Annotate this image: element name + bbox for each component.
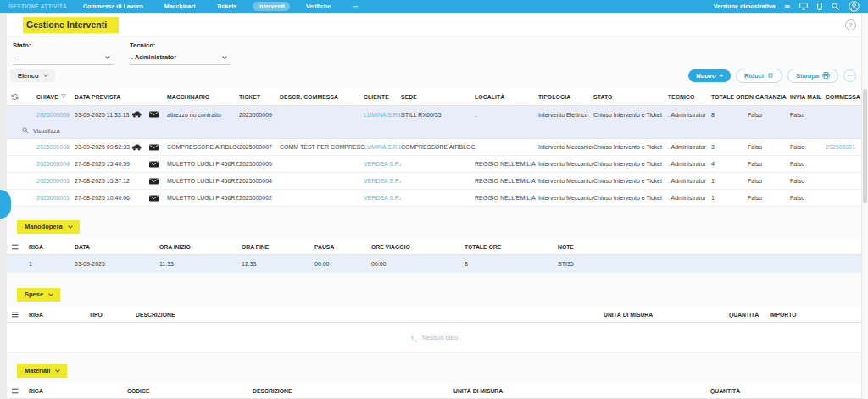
phone-icon[interactable] [817,3,822,10]
spese-header: RIGA TIPO DESCRIZIONE UNITÀ DI MISURA QU… [7,307,861,323]
col-stato[interactable]: STATO [593,94,668,100]
cell-cliente-link[interactable]: LUMINA S.R.L [364,112,401,118]
scrollbar-thumb[interactable] [863,89,867,203]
col-note[interactable]: NOTE [558,244,861,250]
col-riga[interactable]: RIGA [29,312,89,318]
col-macchinario[interactable]: MACCHINARIO [167,94,239,100]
tecnico-select[interactable]: . Administrator [130,52,230,65]
col-invia-mail[interactable]: INVIA MAIL [790,94,826,100]
col-descr-commessa[interactable]: DESCR. COMMESSA [280,94,364,100]
col-tipo[interactable]: TIPO [89,312,136,318]
mail-icon[interactable] [149,111,167,118]
drag-handle-icon[interactable] [12,244,19,250]
col-totale-ore[interactable]: TOTALE ORE [465,244,558,250]
cell-invia-mail: Falso [790,144,826,150]
col-unita-di-misura[interactable]: UNITÀ DI MISURA [453,388,710,394]
elenco-dropdown-button[interactable]: Elenco [10,69,55,82]
row-chiave-link[interactable]: 2025000004 [36,161,75,167]
visualizza-action[interactable]: Visualizza [7,123,861,138]
filter-funnel-icon[interactable] [61,94,66,99]
mail-icon[interactable] [149,178,167,185]
table-row[interactable]: 2025000004 27-08-2025 15:40:59 MULETTO L… [7,156,861,173]
vertical-scrollbar [861,13,868,399]
col-chiave[interactable]: CHIAVE [36,94,75,100]
nav-commesse-di-lavoro[interactable]: Commesse di Lavoro [78,2,148,11]
table-row[interactable]: 2025000009 03-09-2025 11:33:13 attrezzo … [7,106,861,123]
col-codice[interactable]: CODICE [127,388,253,394]
magnifier-icon [22,127,29,134]
link-icon[interactable]: ∞ [785,3,790,10]
cell-cliente-link[interactable]: VERDEA S.P.A [364,195,401,201]
nuovo-button[interactable]: Nuovo + [688,69,731,82]
mail-icon[interactable] [149,144,167,151]
vehicle-icon[interactable] [131,144,149,151]
col-importo[interactable]: IMPORTO [770,312,861,318]
row-chiave-link[interactable]: 2025000003 [36,178,75,184]
stato-select[interactable]: - [13,52,113,65]
user-avatar-icon[interactable] [849,1,860,12]
col-unita-di-misura[interactable]: UNITÀ DI MISURA [604,312,729,318]
col-pausa[interactable]: PAUSA [314,244,371,250]
col-commessa[interactable]: COMMESSA [826,94,861,100]
materiali-toggle[interactable]: Materiali [17,364,67,378]
cell-cliente-link[interactable]: LUMINA S.R.L [364,144,401,150]
vehicle-icon[interactable] [131,111,149,118]
table-row[interactable]: 2025000001 27-08-2025 10:40:06 MULETTO L… [7,190,861,207]
help-button[interactable]: ? [845,19,856,30]
col-in-garanzia[interactable]: IN GARANZIA [748,94,790,100]
col-quantita[interactable]: QUANTITÀ [710,388,861,394]
col-data[interactable]: DATA [75,244,159,250]
row-chiave-link[interactable]: 2025000008 [36,144,75,150]
mail-icon[interactable] [149,161,167,168]
mail-icon[interactable] [149,195,167,202]
col-ore-viaggio[interactable]: ORE VIAGGIO [371,244,465,250]
search-icon[interactable] [832,3,839,10]
nav-macchinari[interactable]: Macchinari [159,2,201,11]
chevron-down-icon [48,291,53,296]
col-ora-inizio[interactable]: ORA INIZIO [159,244,242,250]
cell-totale-ore: 3 [711,144,748,150]
col-descrizione[interactable]: DESCRIZIONE [253,388,453,394]
table-row[interactable]: 2025000008 03-09-2025 09:52:33 COMPRESSO… [7,139,861,156]
col-quantita[interactable]: QUANTITÀ [729,312,770,318]
stampa-button[interactable]: Stampa [787,69,838,83]
nav-tickets[interactable]: Tickets [211,2,242,11]
col-cliente[interactable]: CLIENTE [364,94,401,100]
cell-cliente-link[interactable]: VERDEA S.P.A [364,178,401,184]
nav-more-icon[interactable]: ⋯ [347,2,363,12]
col-ora-fine[interactable]: ORA FINE [242,244,314,250]
chevron-down-icon [222,54,227,59]
cell-icons [131,178,167,185]
nav-verifiche[interactable]: Verifiche [301,2,336,11]
row-chiave-link[interactable]: 2025000001 [36,195,75,201]
manodopera-row[interactable]: 1 03-09-2025 11:33 12:33 00:00 00:00 8 S… [7,255,861,273]
col-totale-ore[interactable]: TOTALE ORE [711,94,748,100]
riduci-button[interactable]: Riduci [736,69,782,83]
cell-stato: Chiuso Intervento e Ticket [593,161,668,167]
spese-toggle[interactable]: Spese [17,288,60,302]
cell-commessa-link[interactable]: 202509001 [826,144,861,150]
col-riga[interactable]: RIGA [29,388,127,394]
col-tipologia[interactable]: TIPOLOGIA [538,94,593,100]
table-row[interactable]: 2025000003 27-08-2025 15:37:12 MULETTO L… [7,173,861,190]
monitor-icon[interactable] [799,3,808,10]
cell-tipologia: Intervento Meccanico [538,178,593,184]
materiali-title: Materiali [25,367,50,374]
drag-handle-icon[interactable] [12,388,19,394]
col-ticket[interactable]: TICKET [239,94,280,100]
cell-cliente-link[interactable]: VERDEA S.P.A [364,161,401,167]
row-chiave-link[interactable]: 2025000009 [36,112,75,118]
col-sede[interactable]: SEDE [401,94,475,100]
col-localita[interactable]: LOCALITÀ [475,94,538,100]
col-riga[interactable]: RIGA [29,244,75,250]
nav-interventi[interactable]: Interventi [253,2,290,11]
manodopera-toggle[interactable]: Manodopera [17,220,80,234]
col-descrizione[interactable]: DESCRIZIONE [136,312,604,318]
col-tecnico[interactable]: TECNICO [668,94,711,100]
more-actions-button[interactable]: ··· [843,69,856,82]
col-data-prevista[interactable]: DATA PREVISTA [75,94,131,100]
refresh-icon[interactable] [11,93,19,101]
drag-handle-icon[interactable] [12,312,19,318]
cell-ore-viaggio: 00:00 [371,261,465,267]
cell-localita: REGGIO NELL'EMILIA [475,195,538,201]
